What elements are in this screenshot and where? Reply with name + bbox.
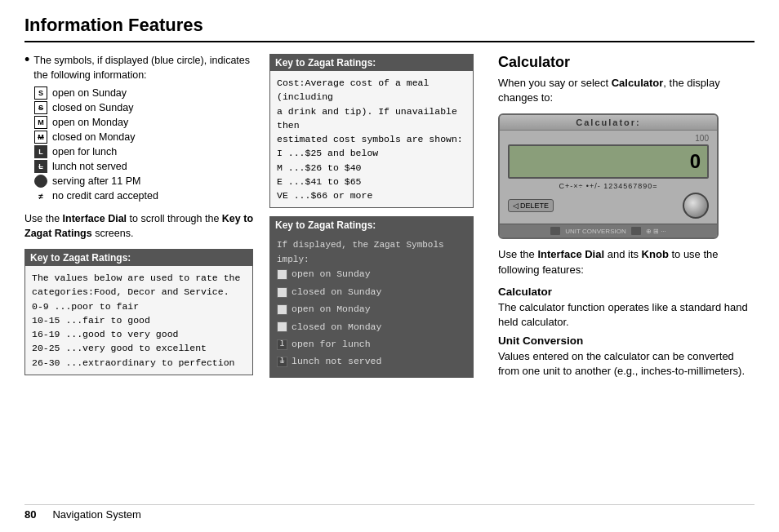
symbol-L-closed: L — [34, 160, 47, 173]
calc-screen: 0 — [508, 144, 709, 179]
sym-s: s — [277, 269, 287, 280]
zagat-sym-row-6: l lunch not served — [277, 354, 466, 369]
unit-text: UNIT CONVERSION — [565, 228, 626, 235]
zagat-line-4: 10-15 ...fair to good — [32, 313, 246, 327]
cost-line-5: M ...$26 to $40 — [277, 161, 466, 175]
zagat-line-3: 0-9 ...poor to fair — [32, 299, 246, 313]
sym-text-5: open for lunch — [292, 337, 371, 352]
use-bold-2: Knob — [642, 248, 669, 260]
calc-top-num: 100 — [508, 134, 709, 143]
symbol-row-1: S open on Sunday — [34, 86, 253, 100]
sym-l: l — [277, 339, 287, 350]
sym-text-2: closed on Sunday — [292, 285, 381, 299]
use-bold-1: Interface Dial — [537, 248, 604, 260]
calc-knob[interactable] — [683, 193, 709, 219]
calculator-section-title: Calculator — [498, 54, 755, 71]
calc-delete-button[interactable]: ◁ DELETE — [508, 199, 554, 212]
calc-delete-label: DELETE — [520, 202, 549, 210]
bullet-dot: • — [24, 52, 29, 67]
dial-text-mid: to scroll through the — [127, 213, 222, 224]
bullet-section: • The symbols, if displayed (blue circle… — [24, 54, 253, 202]
calc-del-arrow: ◁ — [513, 202, 519, 210]
sym-l-closed: l — [277, 357, 287, 367]
sub-section-title-1: Calculator — [498, 286, 755, 298]
page-title: Information Features — [24, 15, 755, 42]
use-text-1: Use the — [498, 248, 537, 260]
calc-display-value: 0 — [690, 150, 701, 173]
sym-text-1: open on Sunday — [292, 267, 371, 282]
zagat-box-2-content: Cost:Average cost of a meal (including a… — [270, 71, 473, 207]
zagat-sym-row-4: m closed on Monday — [277, 320, 466, 335]
use-interface-text: Use the Interface Dial and its Knob to u… — [498, 247, 755, 277]
dial-bold-interface: Interface Dial — [63, 213, 127, 224]
zagat-box-2-header: Key to Zagat Ratings: — [270, 55, 473, 71]
symbol-list: S open on Sunday S closed on Sunday M op… — [24, 86, 253, 202]
symbol-L: L — [34, 145, 47, 158]
cost-line-2: a drink and tip). If unavailable then — [277, 104, 466, 133]
sym-m-closed: m — [277, 321, 287, 332]
right-column: Calculator When you say or select Calcul… — [490, 54, 755, 386]
symbol-text-8: no credit card accepted — [52, 190, 158, 202]
zagat-box-3-content: If displayed, the Zagat Symbols imply: s… — [270, 233, 473, 377]
symbol-S-closed: S — [34, 101, 47, 114]
symbol-no-card: ≠ — [34, 189, 47, 202]
zagat-box-1: Key to Zagat Ratings: The values below a… — [24, 249, 253, 375]
zagat-line-6: 20-25 ...very good to excellent — [32, 341, 246, 355]
sub-section-text-2: Values entered on the calculator can be … — [498, 349, 755, 379]
dial-text-prefix: Use the — [24, 213, 63, 224]
zagat-box-1-content: The values below are used to rate the ca… — [25, 266, 252, 375]
calculator-display: Calculator: 100 0 C+-×÷ •+/- 1234567890=… — [498, 113, 719, 239]
zagat-box-1-header: Key to Zagat Ratings: — [25, 250, 252, 266]
zagat-symbol-intro: If displayed, the Zagat Symbols imply: — [277, 238, 466, 267]
calculator-intro: When you say or select Calculator, the d… — [498, 76, 755, 105]
zagat-box-2: Key to Zagat Ratings: Cost:Average cost … — [269, 54, 474, 208]
zagat-box-3-header: Key to Zagat Ratings: — [270, 217, 473, 233]
footer-nav-label: Navigation System — [52, 508, 140, 521]
symbol-row-2: S closed on Sunday — [34, 101, 253, 114]
symbol-M-closed: M — [34, 131, 47, 144]
zagat-line-7: 26-30 ...extraordinary to perfection — [32, 356, 246, 370]
symbol-text-1: open on Sunday — [52, 87, 127, 99]
cost-line-7: VE ...$66 or more — [277, 188, 466, 202]
calc-title-text: Calculator: — [576, 117, 640, 127]
symbol-text-3: open on Monday — [52, 117, 128, 128]
bullet-intro-text: The symbols, if displayed (blue circle),… — [33, 54, 253, 82]
symbol-row-8: ≠ no credit card accepted — [34, 189, 253, 202]
symbol-text-2: closed on Sunday — [52, 102, 133, 113]
dial-text-suffix: screens. — [92, 228, 134, 239]
zagat-box-3: Key to Zagat Ratings: If displayed, the … — [269, 216, 474, 378]
left-column: • The symbols, if displayed (blue circle… — [24, 54, 269, 386]
calc-bottom-row: ◁ DELETE — [508, 193, 709, 219]
unit-icon-2 — [631, 227, 641, 235]
footer-page-num: 80 — [24, 508, 36, 521]
cost-line-4: I ...$25 and below — [277, 146, 466, 160]
page-footer: 80 Navigation System — [24, 504, 755, 521]
symbol-row-3: M open on Monday — [34, 116, 253, 129]
calc-unit-bar: UNIT CONVERSION ⊕ ⊞ ··· — [500, 224, 717, 237]
calc-inner: 100 0 C+-×÷ •+/- 1234567890= ◁ DELETE — [500, 131, 717, 224]
sym-s-closed: s — [277, 287, 287, 298]
sym-m: m — [277, 304, 287, 315]
unit-icon-1 — [550, 227, 560, 235]
symbol-text-7: serving after 11 PM — [52, 175, 140, 187]
calc-title-bar: Calculator: — [500, 115, 717, 131]
symbol-row-7: serving after 11 PM — [34, 175, 253, 188]
sym-text-4: closed on Monday — [292, 320, 381, 335]
symbol-text-5: open for lunch — [52, 146, 117, 157]
symbol-row-4: M closed on Monday — [34, 131, 253, 144]
zagat-sym-row-5: l open for lunch — [277, 337, 466, 352]
symbol-text-6: lunch not served — [52, 161, 127, 172]
content-area: • The symbols, if displayed (blue circle… — [24, 54, 755, 386]
page-container: Information Features • The symbols, if d… — [0, 0, 779, 532]
zagat-sym-row-3: m open on Monday — [277, 302, 466, 317]
middle-column: Key to Zagat Ratings: Cost:Average cost … — [269, 54, 490, 386]
symbol-S: S — [34, 86, 47, 100]
symbol-M: M — [34, 116, 47, 129]
use-text-2: and its — [604, 248, 642, 260]
symbol-row-6: L lunch not served — [34, 160, 253, 173]
intro-bold: Calculator — [612, 77, 664, 89]
sub-section-title-2: Unit Conversion — [498, 335, 755, 347]
cost-line-6: E ...$41 to $65 — [277, 175, 466, 188]
calc-ops-text: C+-×÷ •+/- 1234567890= — [559, 182, 657, 190]
zagat-line-5: 16-19 ...good to very good — [32, 327, 246, 341]
